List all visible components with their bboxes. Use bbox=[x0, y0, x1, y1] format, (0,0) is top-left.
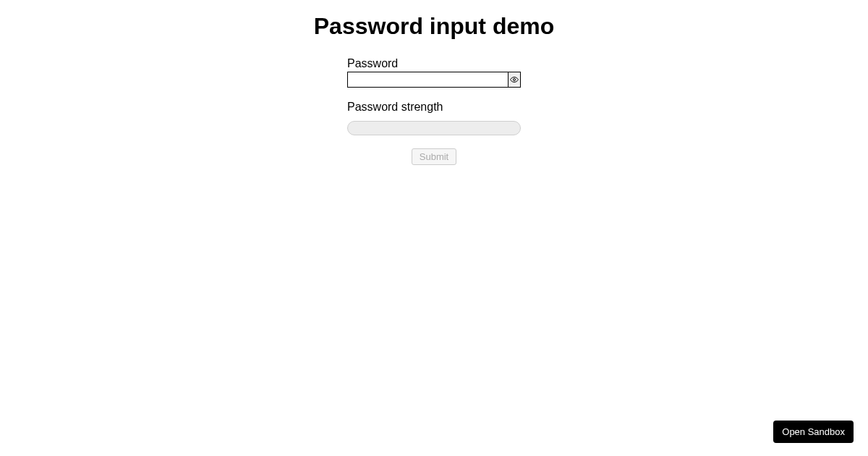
password-strength-label: Password strength bbox=[347, 101, 521, 114]
open-sandbox-button[interactable]: Open Sandbox bbox=[773, 421, 854, 443]
password-form: Password Password strength Submit bbox=[347, 57, 521, 165]
page-title: Password input demo bbox=[0, 13, 868, 40]
submit-button[interactable]: Submit bbox=[412, 148, 456, 165]
password-strength-meter bbox=[347, 121, 521, 135]
submit-row: Submit bbox=[347, 148, 521, 165]
svg-point-0 bbox=[514, 79, 516, 81]
password-label: Password bbox=[347, 57, 521, 70]
main-container: Password input demo Password Password st… bbox=[0, 0, 868, 165]
eye-icon bbox=[510, 75, 519, 84]
toggle-password-visibility-button[interactable] bbox=[508, 72, 521, 88]
password-input[interactable] bbox=[347, 72, 509, 88]
password-input-row bbox=[347, 72, 521, 88]
